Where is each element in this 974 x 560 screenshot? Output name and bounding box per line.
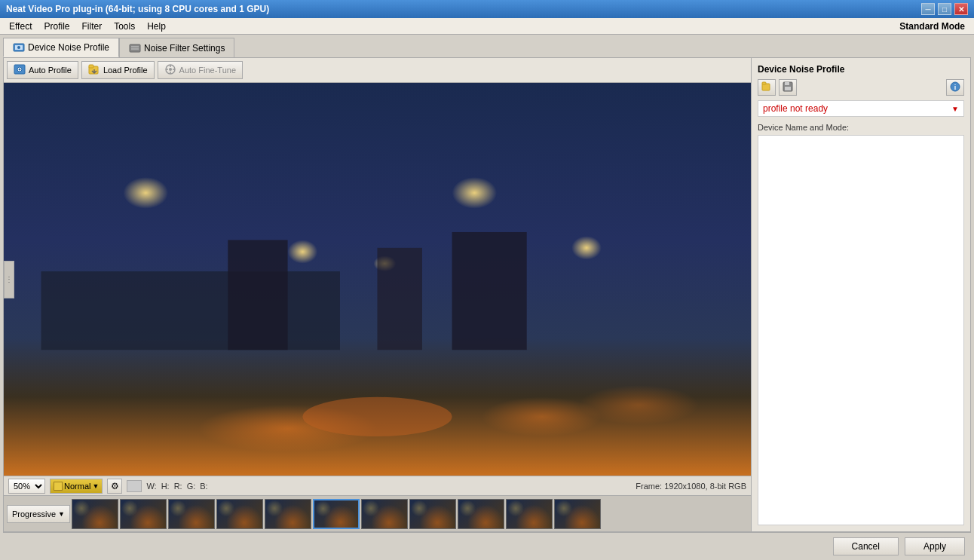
- mode-label: Normal: [64, 482, 90, 491]
- progressive-button[interactable]: Progressive ▼: [7, 505, 70, 523]
- load-profile-button[interactable]: Load Profile: [81, 61, 155, 79]
- svg-rect-10: [89, 65, 93, 68]
- minimize-button[interactable]: ─: [921, 3, 935, 15]
- svg-rect-28: [452, 232, 527, 350]
- progressive-dropdown-icon: ▼: [58, 510, 65, 518]
- filmstrip-thumb-3[interactable]: [216, 499, 263, 529]
- preview-area: ⋮: [4, 83, 751, 476]
- window-title: Neat Video Pro plug-in (64-bit; using 8 …: [6, 4, 269, 14]
- svg-point-17: [169, 68, 172, 71]
- right-panel: Device Noise Profile: [752, 58, 970, 531]
- svg-rect-34: [762, 82, 766, 84]
- svg-point-8: [19, 69, 21, 71]
- filmstrip-thumb-5[interactable]: [313, 499, 360, 529]
- filmstrip-thumb-9[interactable]: [506, 499, 553, 529]
- collapse-handle[interactable]: ⋮: [4, 261, 14, 298]
- save-profile-icon: [783, 81, 793, 94]
- r-label: R:: [174, 482, 182, 491]
- filmstrip-thumb-7[interactable]: [409, 499, 456, 529]
- filmstrip-thumb-4[interactable]: [265, 499, 311, 529]
- close-button[interactable]: ✕: [954, 3, 968, 15]
- menu-bar: Effect Profile Filter Tools Help Standar…: [0, 18, 974, 35]
- tab-noise-filter-label: Noise Filter Settings: [144, 43, 225, 54]
- frame-info: Frame: 1920x1080, 8-bit RGB: [636, 482, 746, 491]
- height-label: H:: [161, 482, 170, 491]
- svg-point-20: [124, 177, 168, 209]
- info-icon: i: [950, 81, 960, 94]
- auto-fine-tune-icon: [164, 63, 176, 77]
- svg-point-21: [452, 177, 497, 209]
- window-controls: ─ □ ✕: [921, 3, 968, 15]
- svg-rect-25: [41, 271, 340, 350]
- device-noise-icon: [13, 41, 25, 54]
- filmstrip-thumb-1[interactable]: [120, 499, 167, 529]
- svg-point-23: [288, 240, 318, 263]
- zoom-select[interactable]: 50%: [8, 479, 45, 494]
- svg-rect-37: [785, 87, 791, 90]
- collapse-icon: ⋮: [5, 275, 13, 283]
- tab-noise-filter[interactable]: Noise Filter Settings: [119, 38, 234, 57]
- filmstrip-thumb-0[interactable]: [72, 499, 118, 529]
- svg-rect-26: [228, 240, 287, 350]
- svg-rect-27: [378, 248, 422, 350]
- menu-help[interactable]: Help: [141, 20, 172, 33]
- svg-point-32: [302, 397, 452, 436]
- mode-dropdown-icon: ▼: [92, 482, 99, 490]
- maximize-button[interactable]: □: [938, 3, 951, 15]
- cancel-button[interactable]: Cancel: [833, 537, 899, 555]
- main-area: Device Noise Profile Noise Filter Settin…: [0, 35, 974, 560]
- svg-point-31: [579, 385, 699, 424]
- svg-point-22: [571, 236, 602, 259]
- noise-filter-icon: [129, 42, 141, 54]
- filmstrip-thumb-10[interactable]: [554, 499, 601, 529]
- menu-tools[interactable]: Tools: [108, 20, 141, 33]
- apply-button[interactable]: Apply: [905, 537, 965, 555]
- preview-image: [4, 83, 751, 476]
- left-toolbar: Auto Profile Load Profile: [4, 58, 751, 83]
- tab-device-noise-label: Device Noise Profile: [28, 42, 109, 53]
- info-button[interactable]: i: [946, 79, 964, 96]
- content-panel: Auto Profile Load Profile: [3, 57, 971, 532]
- status-dropdown-icon: ▼: [951, 105, 959, 113]
- filmstrip-thumb-2[interactable]: [168, 499, 215, 529]
- svg-rect-36: [785, 82, 789, 85]
- tab-bar: Device Noise Profile Noise Filter Settin…: [0, 35, 974, 57]
- svg-rect-3: [130, 44, 140, 52]
- device-name-label: Device Name and Mode:: [758, 123, 964, 132]
- filmstrip-thumb-6[interactable]: [361, 499, 408, 529]
- save-profile-button[interactable]: [779, 79, 797, 96]
- auto-profile-button[interactable]: Auto Profile: [7, 61, 78, 79]
- auto-fine-tune-button[interactable]: Auto Fine-Tune: [158, 61, 243, 79]
- left-panel: Auto Profile Load Profile: [4, 58, 752, 531]
- menu-profile[interactable]: Profile: [38, 20, 75, 33]
- profile-status-text: profile not ready: [763, 103, 828, 114]
- right-panel-title: Device Noise Profile: [758, 64, 964, 75]
- device-name-area[interactable]: [758, 135, 964, 525]
- svg-text:i: i: [954, 84, 957, 91]
- profile-status-dropdown[interactable]: profile not ready ▼: [758, 100, 964, 117]
- settings-gear-icon: ⚙: [111, 481, 119, 491]
- view-settings-button[interactable]: ⚙: [107, 479, 122, 494]
- b-label: B:: [200, 482, 207, 491]
- auto-profile-icon: [14, 63, 26, 77]
- g-label: G:: [187, 482, 196, 491]
- mode-select[interactable]: Normal ▼: [50, 479, 103, 494]
- profile-toolbar: i: [758, 79, 964, 96]
- footer: Cancel Apply: [3, 532, 971, 560]
- mode-color-swatch: [54, 482, 63, 491]
- menu-effect[interactable]: Effect: [3, 20, 38, 33]
- load-profile-icon: [88, 63, 100, 77]
- filmstrip-thumb-8[interactable]: [458, 499, 504, 529]
- new-profile-icon: [761, 81, 772, 94]
- new-profile-button[interactable]: [758, 79, 776, 96]
- view-toggle[interactable]: [127, 480, 142, 492]
- bottom-bar: 50% Normal ▼ ⚙ W: H: R: G: B: Frame: 192…: [4, 476, 751, 495]
- mode-label: Standard Mode: [899, 21, 971, 32]
- svg-point-2: [17, 46, 20, 49]
- menu-filter[interactable]: Filter: [75, 20, 108, 33]
- tab-device-noise[interactable]: Device Noise Profile: [3, 38, 119, 57]
- title-bar: Neat Video Pro plug-in (64-bit; using 8 …: [0, 0, 974, 18]
- filmstrip: Progressive ▼: [4, 495, 751, 531]
- width-label: W:: [146, 482, 156, 491]
